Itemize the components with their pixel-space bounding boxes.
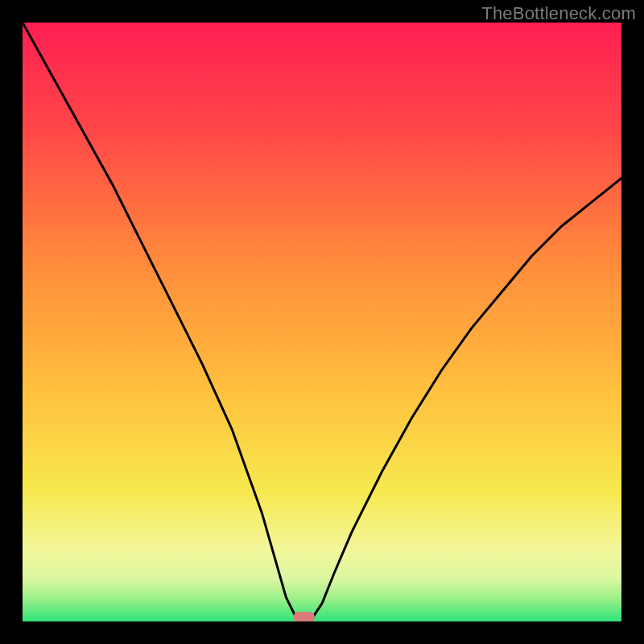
chart-frame	[23, 23, 621, 621]
watermark-text: TheBottleneck.com	[481, 3, 636, 24]
bottleneck-chart	[23, 23, 621, 621]
optimal-marker	[294, 612, 315, 621]
chart-background	[23, 23, 621, 621]
